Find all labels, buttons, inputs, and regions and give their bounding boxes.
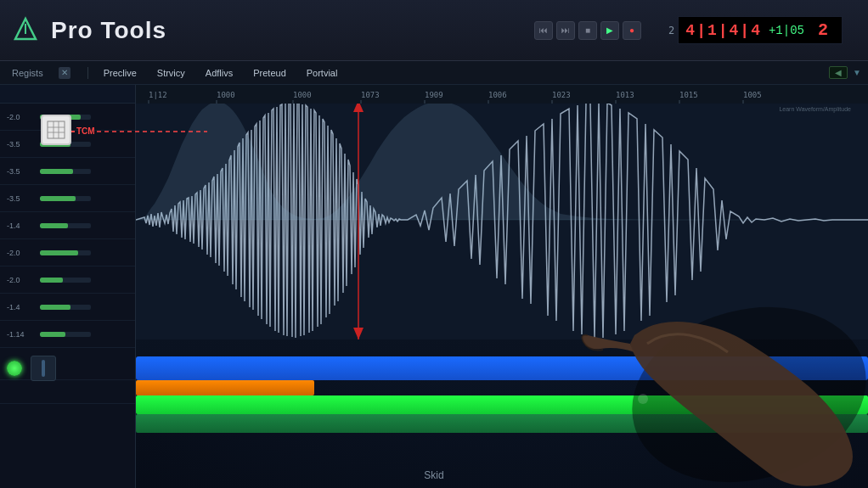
track-lane-green-bright[interactable] <box>136 395 868 414</box>
zoom-indicator[interactable]: ◀ <box>829 66 848 79</box>
track-lane-labels <box>0 356 136 488</box>
svg-text:1073: 1073 <box>361 91 380 99</box>
counter2-display: 2 <box>811 20 835 40</box>
track-lane-green-dark[interactable] <box>136 414 868 433</box>
close-section-button[interactable]: ✕ <box>59 67 70 79</box>
avid-logo-icon <box>8 14 42 48</box>
fader-control[interactable] <box>31 356 56 381</box>
track-lane-orange[interactable] <box>136 380 314 395</box>
dashed-line-svg <box>97 131 207 132</box>
track-lanes-area <box>136 356 868 488</box>
grid-icon-svg <box>47 121 65 139</box>
track-lane-label-2 <box>0 380 135 404</box>
track-item-7[interactable]: -2.0 <box>0 266 135 294</box>
track-level-bar-8 <box>40 305 91 310</box>
track-lane-label-green <box>0 356 135 380</box>
record-button[interactable]: ● <box>623 21 641 40</box>
bpm-display: +1|05 <box>769 24 804 37</box>
track-level-fill-7 <box>40 278 63 283</box>
green-status-dot <box>7 361 22 376</box>
svg-text:1|12: 1|12 <box>149 91 167 99</box>
play-button[interactable]: ▶ <box>600 21 619 40</box>
timecode-value: 4|1|4|4 <box>685 22 762 39</box>
menu-item-strvicy[interactable]: Strvicy <box>149 66 194 80</box>
menu-item-adflivs[interactable]: Adflivs <box>197 66 241 80</box>
menu-item-preteud[interactable]: Preteud <box>245 66 295 80</box>
menu-divider <box>87 67 88 79</box>
svg-rect-25 <box>48 121 65 138</box>
track-level-fill-4 <box>40 196 76 201</box>
counter-label: 2 <box>668 25 674 36</box>
skid-label: Skid <box>424 469 443 481</box>
svg-text:1006: 1006 <box>488 91 507 99</box>
track-lane-blue[interactable] <box>136 356 868 380</box>
track-level-fill-3 <box>40 169 73 174</box>
track-item-6[interactable]: -2.0 <box>0 239 135 266</box>
fast-forward-button[interactable]: ⏭ <box>556 21 575 40</box>
track-level-fill-5 <box>40 223 68 228</box>
track-item-9[interactable]: -1.14 <box>0 321 135 348</box>
svg-text:1909: 1909 <box>425 91 443 99</box>
menu-item-preclive[interactable]: Preclive <box>95 66 145 80</box>
track-level-bar-5 <box>40 223 91 228</box>
logo-area: Pro Tools <box>8 14 166 48</box>
header-bar: Pro Tools ⏮ ⏭ ■ ▶ ● 2 4|1|4|4 +1|05 2 <box>0 0 868 61</box>
timeline-ruler: 1|12 1000 1000 1073 1909 1006 1023 1013 … <box>136 85 868 104</box>
waveform-area: M S Audio Track 1 Learn Waveform/Amplitu… <box>136 85 868 356</box>
svg-text:1015: 1015 <box>679 91 698 99</box>
grid-tool-annotation: TCM <box>41 115 71 145</box>
rewind-button[interactable]: ⏮ <box>534 21 553 40</box>
svg-text:1013: 1013 <box>616 91 634 99</box>
track-item-5[interactable]: -1.4 <box>0 212 135 239</box>
track-level-bar-9 <box>40 332 91 337</box>
transport-controls: ⏮ ⏭ ■ ▶ ● 2 4|1|4|4 +1|05 2 <box>534 16 843 44</box>
tcm-label: TCM <box>76 126 95 136</box>
menu-section-regists[interactable]: Regists <box>7 66 48 80</box>
track-level-bar-3 <box>40 169 91 174</box>
track-level-fill-6 <box>40 250 78 255</box>
svg-text:1000: 1000 <box>217 91 235 99</box>
view-toggle[interactable]: ▼ <box>853 68 861 77</box>
track-item-4[interactable]: -3.5 <box>0 185 135 212</box>
track-level-fill-8 <box>40 305 70 310</box>
track-level-fill-9 <box>40 332 65 337</box>
track-item-3[interactable]: -3.5 <box>0 158 135 185</box>
svg-text:1000: 1000 <box>293 91 312 99</box>
ruler-svg: 1|12 1000 1000 1073 1909 1006 1023 1013 … <box>136 85 868 104</box>
stop-button[interactable]: ■ <box>578 21 597 40</box>
track-item-8[interactable]: -1.4 <box>0 294 135 321</box>
timecode-display: 4|1|4|4 +1|05 2 <box>678 16 843 44</box>
menu-item-portvial[interactable]: Portvial <box>298 66 347 80</box>
app-title: Pro Tools <box>51 17 166 44</box>
track-level-bar-7 <box>40 278 91 283</box>
svg-text:1023: 1023 <box>552 91 571 99</box>
track-level-bar-6 <box>40 250 91 255</box>
grid-icon-box[interactable] <box>41 115 71 145</box>
svg-text:1005: 1005 <box>743 91 762 99</box>
menu-bar: Regists ✕ Preclive Strvicy Adflivs Prete… <box>0 61 868 85</box>
track-level-bar-4 <box>40 196 91 201</box>
waveform-info-label: Learn Waveform/Amplitude <box>779 106 851 112</box>
waveform-svg <box>136 100 868 339</box>
